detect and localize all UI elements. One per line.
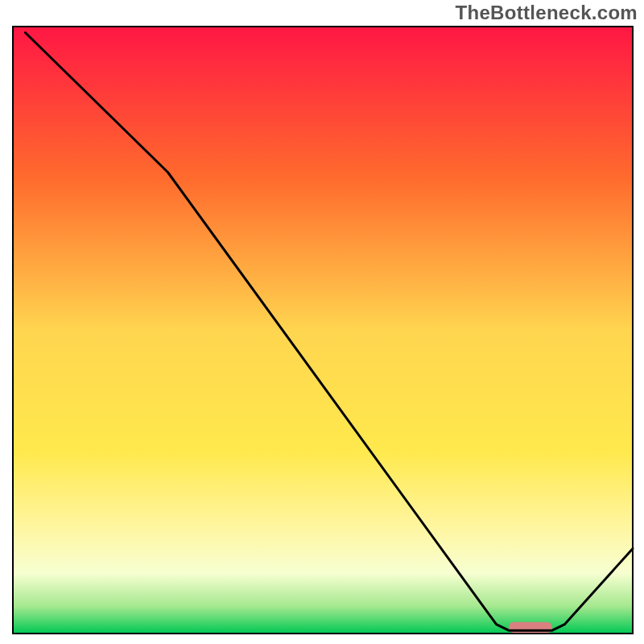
bottleneck-chart: [0, 0, 644, 644]
watermark-text: TheBottleneck.com: [456, 2, 638, 24]
plot-background: [13, 27, 633, 634]
chart-container: TheBottleneck.com: [0, 0, 644, 644]
